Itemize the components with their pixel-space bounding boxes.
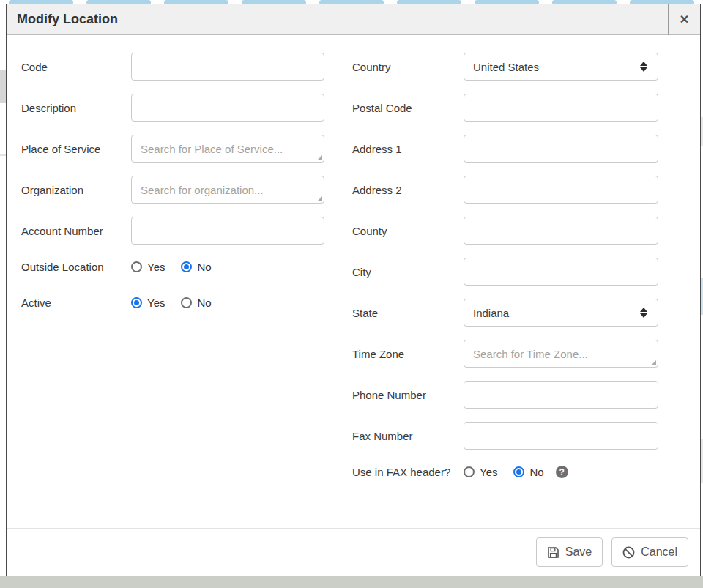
county-input[interactable] <box>464 217 658 245</box>
modify-location-dialog: Modify Location ✕ Code Description Place… <box>6 4 701 576</box>
active-radio-group: Yes No <box>131 297 324 309</box>
country-select-value: United States <box>473 61 539 73</box>
time-zone-search-input[interactable] <box>464 340 658 368</box>
form-row-outside-location: Outside Location Yes No <box>21 258 324 276</box>
use-in-fax-header-radio-group: Yes No ? <box>464 466 658 478</box>
form-row-country: Country United States <box>352 53 658 81</box>
form-row-county: County <box>352 217 658 245</box>
phone-number-input[interactable] <box>464 381 658 409</box>
form-row-description: Description <box>21 94 324 122</box>
close-icon: ✕ <box>680 12 689 26</box>
background-fragment <box>0 70 6 103</box>
active-label: Active <box>21 294 131 312</box>
dialog-footer: Save Cancel <box>7 528 700 576</box>
background-fragment <box>0 154 6 156</box>
address-1-label: Address 1 <box>352 140 464 158</box>
form-row-use-in-fax-header: Use in FAX header? Yes No ? <box>352 463 658 481</box>
state-select[interactable]: Indiana <box>464 299 658 327</box>
active-yes-radio[interactable] <box>131 297 142 308</box>
address-1-input[interactable] <box>464 135 658 163</box>
form-row-organization: Organization <box>21 176 324 204</box>
outside-location-no-radio[interactable] <box>181 261 192 272</box>
description-label: Description <box>21 99 131 117</box>
use-in-fax-header-no-label[interactable]: No <box>529 466 543 478</box>
form-row-fax-number: Fax Number <box>352 422 658 450</box>
form-row-time-zone: Time Zone <box>352 340 658 368</box>
organization-label: Organization <box>21 181 131 199</box>
code-input[interactable] <box>131 53 324 81</box>
place-of-service-search-input[interactable] <box>131 135 324 163</box>
outside-location-yes-radio[interactable] <box>131 261 142 272</box>
address-2-label: Address 2 <box>352 181 464 199</box>
state-label: State <box>352 304 464 322</box>
form-row-city: City <box>352 258 658 286</box>
postal-code-input[interactable] <box>464 94 658 122</box>
form-column-right: Country United States Postal Code Addres… <box>352 53 658 528</box>
help-icon[interactable]: ? <box>556 466 568 478</box>
active-yes-label[interactable]: Yes <box>147 297 165 309</box>
address-2-input[interactable] <box>464 176 658 204</box>
form-row-active: Active Yes No <box>21 294 324 312</box>
postal-code-label: Postal Code <box>352 99 464 117</box>
city-input[interactable] <box>464 258 658 286</box>
cancel-button[interactable]: Cancel <box>611 537 688 567</box>
account-number-label: Account Number <box>21 222 131 240</box>
outside-location-label: Outside Location <box>21 258 131 276</box>
dialog-body: Code Description Place of Service Organi… <box>7 35 700 528</box>
form-row-code: Code <box>21 53 324 81</box>
form-row-state: State Indiana <box>352 299 658 327</box>
select-arrows-icon <box>640 308 647 318</box>
form-row-postal-code: Postal Code <box>352 94 658 122</box>
country-select[interactable]: United States <box>464 53 658 81</box>
city-label: City <box>352 263 464 281</box>
ban-icon <box>622 546 635 559</box>
fax-number-input[interactable] <box>464 422 658 450</box>
county-label: County <box>352 222 464 240</box>
form-column-left: Code Description Place of Service Organi… <box>21 53 324 528</box>
code-label: Code <box>21 58 131 76</box>
use-in-fax-header-label: Use in FAX header? <box>352 463 464 481</box>
select-arrows-icon <box>640 62 647 72</box>
use-in-fax-header-yes-radio[interactable] <box>464 466 475 477</box>
active-no-radio[interactable] <box>181 297 192 308</box>
description-input[interactable] <box>131 94 324 122</box>
organization-search-input[interactable] <box>131 176 324 204</box>
form-row-account-number: Account Number <box>21 217 324 245</box>
outside-location-yes-label[interactable]: Yes <box>147 261 165 273</box>
form-row-address-1: Address 1 <box>352 135 658 163</box>
save-button-label: Save <box>565 546 592 559</box>
floppy-disk-icon <box>547 546 559 559</box>
cancel-button-label: Cancel <box>641 546 677 559</box>
dialog-title: Modify Location <box>7 12 668 27</box>
fax-number-label: Fax Number <box>352 427 464 445</box>
background-strip <box>0 576 703 588</box>
place-of-service-label: Place of Service <box>21 140 131 158</box>
state-select-value: Indiana <box>473 307 509 319</box>
form-row-phone-number: Phone Number <box>352 381 658 409</box>
time-zone-label: Time Zone <box>352 345 464 363</box>
phone-number-label: Phone Number <box>352 386 464 404</box>
dialog-header: Modify Location ✕ <box>7 4 700 35</box>
active-no-label[interactable]: No <box>197 297 211 309</box>
outside-location-radio-group: Yes No <box>131 261 324 273</box>
save-button[interactable]: Save <box>536 537 603 567</box>
form-row-place-of-service: Place of Service <box>21 135 324 163</box>
country-label: Country <box>352 58 464 76</box>
outside-location-no-label[interactable]: No <box>197 261 211 273</box>
form-row-address-2: Address 2 <box>352 176 658 204</box>
account-number-input[interactable] <box>131 217 324 245</box>
close-button[interactable]: ✕ <box>668 4 700 35</box>
use-in-fax-header-yes-label[interactable]: Yes <box>480 466 497 478</box>
use-in-fax-header-no-radio[interactable] <box>513 466 524 477</box>
